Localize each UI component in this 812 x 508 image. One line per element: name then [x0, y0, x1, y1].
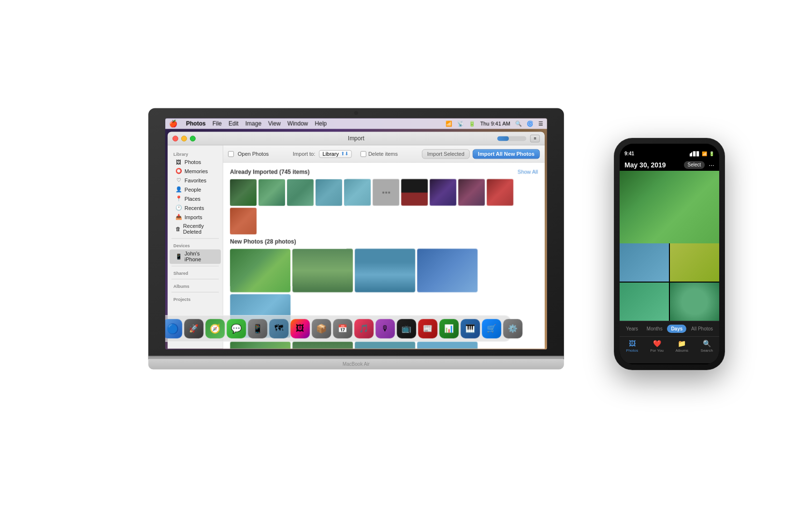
iphone-tab-foryou[interactable]: ❤️ For You: [645, 340, 670, 353]
already-imported-thumb-3[interactable]: [287, 179, 314, 206]
sidebar-label-favorites: Favorites: [185, 178, 206, 183]
import-to-value: Library: [322, 151, 339, 157]
dock-safari[interactable]: 🧭: [205, 319, 225, 338]
iphone-device: 9:41 ▊▊▊ 📶 🔋 May 30, 2019 Select ···: [614, 138, 725, 370]
airplay-icon: 📡: [457, 120, 464, 127]
dot-1: [382, 192, 384, 194]
dock-notes[interactable]: 📦: [312, 319, 331, 338]
dock-finder[interactable]: 🔵: [165, 319, 182, 338]
already-imported-header: Already Imported (745 items) Show All: [230, 168, 538, 175]
sidebar-item-imports[interactable]: 📥 Imports: [170, 212, 221, 222]
sidebar-toggle-button[interactable]: ≡: [530, 134, 540, 142]
minimize-button[interactable]: [181, 135, 187, 141]
iphone-more-button[interactable]: ···: [709, 161, 714, 169]
iphone-select-button[interactable]: Select: [684, 161, 705, 169]
dock-podcasts[interactable]: 🎙: [376, 319, 395, 338]
screen-bezel: 🍎 Photos File Edit Image View Window Hel…: [148, 108, 564, 359]
list-icon[interactable]: ☰: [538, 120, 543, 127]
dock-appstore[interactable]: 🛒: [482, 319, 501, 338]
sidebar-item-iphone[interactable]: 📱 John's iPhone: [170, 249, 221, 264]
progress-fill: [497, 136, 509, 141]
menubar-image[interactable]: Image: [246, 120, 261, 127]
import-all-button[interactable]: Import All New Photos: [473, 149, 540, 159]
macbook-bottom: MacBook Air: [148, 359, 564, 369]
import-selected-button[interactable]: Import Selected: [422, 149, 470, 159]
dock-music[interactable]: 🎵: [354, 319, 374, 338]
iphone-tab-search[interactable]: 🔍 Search: [695, 340, 720, 353]
menubar-view[interactable]: View: [268, 120, 281, 127]
iphone-sub-photo-1[interactable]: [620, 243, 669, 282]
iphone-tab-albums[interactable]: 📁 Albums: [669, 340, 695, 353]
new-photo-7[interactable]: [292, 342, 353, 348]
new-photo-9[interactable]: [417, 342, 478, 348]
already-imported-thumb-8[interactable]: [430, 179, 456, 206]
iphone-tab-days[interactable]: Days: [667, 325, 686, 333]
battery-icon: 🔋: [468, 120, 475, 127]
dock-messages[interactable]: 💬: [227, 319, 246, 338]
sidebar-item-recents[interactable]: 🕐 Recents: [170, 203, 221, 212]
already-imported-thumb-10[interactable]: [487, 179, 513, 206]
dock-photos[interactable]: 🖼: [290, 319, 310, 338]
new-photo-2[interactable]: [292, 249, 353, 292]
menubar-window[interactable]: Window: [288, 120, 308, 127]
iphone-tab-photos[interactable]: 🖼 Photos: [620, 340, 645, 353]
dock-keynote[interactable]: 🎹: [461, 319, 480, 338]
already-imported-thumb-11[interactable]: [230, 208, 257, 234]
new-photo-8[interactable]: [355, 342, 415, 348]
open-photos-label[interactable]: Open Photos: [238, 151, 269, 157]
dock-tv[interactable]: 📺: [397, 319, 416, 338]
sidebar-item-recently-deleted[interactable]: 🗑 Recently Deleted: [170, 222, 221, 236]
iphone-tab-all-photos[interactable]: All Photos: [687, 325, 717, 333]
dock-preferences[interactable]: ⚙️: [503, 319, 522, 338]
zoom-button[interactable]: [190, 135, 196, 141]
recents-icon: 🕐: [175, 205, 182, 211]
menubar-help[interactable]: Help: [315, 120, 327, 127]
already-imported-thumb-7[interactable]: [401, 179, 428, 206]
iphone-tab-months[interactable]: Months: [643, 325, 667, 333]
new-photo-3[interactable]: [355, 249, 415, 292]
already-imported-grid: [230, 179, 538, 234]
iphone-photos-content: May 30, 2019 Select ··· Y: [620, 158, 719, 364]
photos-icon: 🖼: [175, 159, 182, 165]
sidebar-item-memories[interactable]: ⭕ Memories: [170, 166, 221, 176]
iphone-sub-photo-3[interactable]: [620, 283, 669, 321]
open-photos-checkbox[interactable]: [228, 151, 234, 157]
dock-launchpad[interactable]: 🚀: [184, 319, 203, 338]
sidebar-item-photos[interactable]: 🖼 Photos: [170, 158, 221, 166]
apple-menu-icon[interactable]: 🍎: [169, 120, 177, 127]
already-imported-thumb-5[interactable]: [344, 179, 371, 206]
macbook-label: MacBook Air: [343, 361, 370, 367]
close-button[interactable]: [173, 135, 178, 141]
dock-facetime[interactable]: 📱: [248, 319, 267, 338]
already-imported-title: Already Imported (745 items): [230, 168, 310, 175]
show-all-link[interactable]: Show All: [518, 169, 538, 175]
sidebar-label-imports: Imports: [185, 214, 203, 220]
menubar-file[interactable]: File: [212, 120, 221, 127]
already-imported-thumb-2[interactable]: [259, 179, 285, 206]
delete-items-checkbox[interactable]: [361, 151, 366, 157]
new-photo-6[interactable]: [230, 342, 290, 348]
new-photo-4[interactable]: [417, 249, 478, 292]
siri-icon[interactable]: 🌀: [527, 120, 534, 127]
iphone-hero-photo[interactable]: [620, 171, 719, 243]
iphone-screen: 9:41 ▊▊▊ 📶 🔋 May 30, 2019 Select ···: [620, 144, 719, 364]
search-icon[interactable]: 🔍: [515, 120, 522, 127]
iphone-sub-photo-4[interactable]: [670, 283, 719, 321]
dock-calendar[interactable]: 📅: [333, 319, 352, 338]
already-imported-thumb-1[interactable]: [230, 179, 257, 206]
dock-maps[interactable]: 🗺: [269, 319, 289, 338]
menubar-app-name: Photos: [186, 120, 206, 127]
import-to-select[interactable]: Library ⬆⬇: [319, 150, 352, 158]
iphone-tab-years[interactable]: Years: [622, 325, 642, 333]
sidebar-item-places[interactable]: 📍 Places: [170, 194, 221, 203]
sidebar-item-favorites[interactable]: ♡ Favorites: [170, 176, 221, 185]
sidebar-item-people[interactable]: 👤 People: [170, 185, 221, 194]
new-photo-1[interactable]: [230, 249, 290, 292]
dock-news[interactable]: 📰: [418, 319, 437, 338]
iphone-sub-photo-2[interactable]: [670, 243, 719, 282]
menubar-edit[interactable]: Edit: [229, 120, 239, 127]
already-imported-thumb-9[interactable]: [458, 179, 485, 206]
dock-numbers[interactable]: 📊: [439, 319, 459, 338]
macbook-body: 🍎 Photos File Edit Image View Window Hel…: [148, 108, 564, 369]
already-imported-thumb-4[interactable]: [316, 179, 342, 206]
